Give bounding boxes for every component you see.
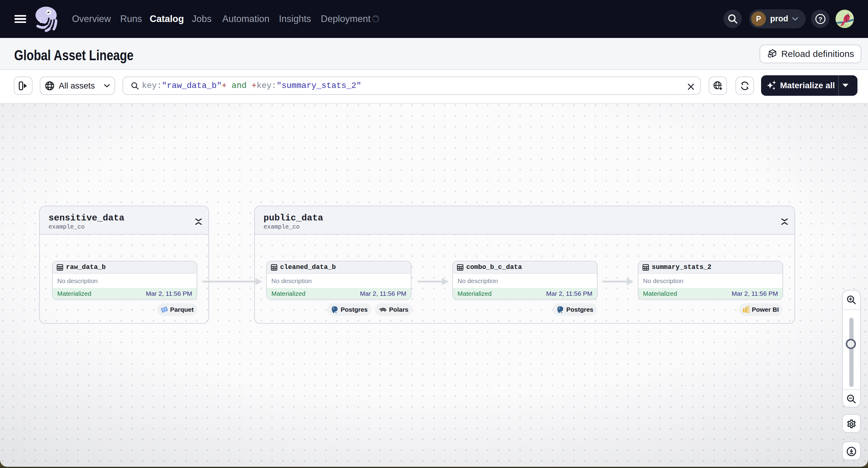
- svg-text:?: ?: [818, 15, 822, 22]
